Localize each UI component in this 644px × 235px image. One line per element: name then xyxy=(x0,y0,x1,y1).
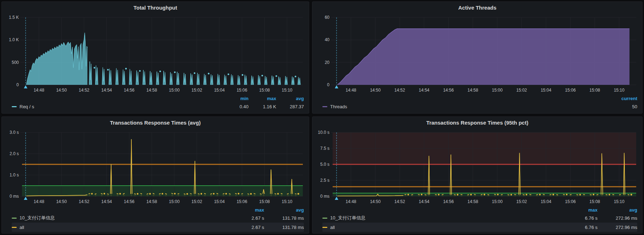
legend-value: 6.76 s xyxy=(558,215,597,221)
series-area xyxy=(337,29,629,85)
x-axis-label: 15:02 xyxy=(516,199,527,204)
y-axis-label: 60 xyxy=(325,15,330,20)
legend-header-max[interactable]: max xyxy=(224,207,264,213)
series-point xyxy=(162,193,163,195)
x-axis-label: 15:06 xyxy=(236,88,247,93)
legend-series-name[interactable]: 10_支付订单信息 xyxy=(20,215,55,221)
legend-row: Threads50 xyxy=(322,102,637,111)
series-line xyxy=(590,195,592,195)
x-axis-label: 15:04 xyxy=(214,88,225,93)
y-axis-label: 0 xyxy=(16,82,19,87)
series-line xyxy=(501,195,503,195)
legend-header-max[interactable]: max xyxy=(558,207,597,213)
legend-value: 6.76 s xyxy=(558,225,597,230)
x-axis-label: 14:48 xyxy=(34,88,44,93)
series-line xyxy=(619,195,621,195)
panel-total-throughput: Total Throughput 05001.0 K1.5 K14:4814:5… xyxy=(1,1,309,114)
annotation-marker-icon[interactable] xyxy=(24,85,27,88)
x-axis-label: 15:00 xyxy=(169,88,180,93)
series-point xyxy=(438,194,440,196)
panel-title[interactable]: Transactions Response Times (95th pct) xyxy=(312,117,642,129)
x-axis-label: 15:00 xyxy=(492,88,503,93)
legend-value: 131.78 ms xyxy=(264,215,304,221)
series-line xyxy=(628,195,629,195)
legend-series-name[interactable]: all xyxy=(20,225,24,230)
panel-response-times-95th: Transactions Response Times (95th pct) 0… xyxy=(312,116,643,234)
series-color-dash-icon xyxy=(12,106,17,107)
series-line xyxy=(563,194,565,195)
series-point xyxy=(261,75,263,77)
x-axis-label: 15:08 xyxy=(259,199,270,204)
panel-title[interactable]: Transactions Response Times (avg) xyxy=(2,117,309,129)
x-axis-label: 14:56 xyxy=(443,199,454,204)
series-point xyxy=(159,71,161,72)
legend-header-avg[interactable]: avg xyxy=(276,96,304,101)
legend-row: 10_支付订单信息6.76 s272.96 ms xyxy=(322,213,637,223)
series-point xyxy=(125,68,127,70)
series-line xyxy=(570,195,572,195)
legend-row: 10_支付订单信息2.67 s131.78 ms xyxy=(12,213,304,223)
legend-value: 2.67 s xyxy=(224,225,264,230)
annotation-marker-icon[interactable] xyxy=(335,197,338,200)
series-point xyxy=(526,194,528,196)
series-line xyxy=(260,194,261,194)
panel-response-times-avg: Transactions Response Times (avg) 0 ms1.… xyxy=(1,116,309,234)
series-point xyxy=(107,69,109,71)
legend-value: 272.96 ms xyxy=(597,225,637,230)
annotation-marker-icon[interactable] xyxy=(24,197,27,200)
legend-series-name[interactable]: all xyxy=(330,225,335,230)
series-point xyxy=(579,194,581,196)
series-point xyxy=(94,67,95,69)
series-point xyxy=(104,193,105,195)
series-point xyxy=(631,194,632,196)
legend: maxavg10_支付订单信息6.76 s272.96 msall6.76 s2… xyxy=(312,206,642,233)
series-point xyxy=(457,194,459,196)
legend-series-name[interactable]: Req / s xyxy=(20,104,34,109)
active-threads-chart[interactable]: 020406014:4814:5014:5214:5414:5614:5815:… xyxy=(315,14,640,94)
legend-header-current[interactable]: current xyxy=(605,96,637,101)
x-axis-label: 14:50 xyxy=(56,88,67,93)
series-point xyxy=(497,194,499,196)
series-line xyxy=(530,195,531,195)
panel-title[interactable]: Active Threads xyxy=(312,2,642,14)
panel-title[interactable]: Total Throughput xyxy=(2,2,309,14)
legend-header-max[interactable]: max xyxy=(249,96,276,101)
series-point xyxy=(213,193,215,195)
response-times-95th-chart[interactable]: 0 ms2.5 s5.0 s7.5 s10.0 s14:4814:5014:52… xyxy=(315,129,640,206)
x-axis-label: 14:56 xyxy=(443,88,454,93)
series-point xyxy=(295,76,296,77)
x-axis-label: 15:10 xyxy=(282,88,293,93)
response-times-avg-chart[interactable]: 0 ms1.0 s2.0 s3.0 s14:4814:5014:5214:541… xyxy=(4,129,306,206)
x-axis-label: 14:54 xyxy=(101,199,112,204)
series-point xyxy=(566,194,568,196)
legend-value: 1.16 K xyxy=(249,104,276,109)
series-point xyxy=(552,194,554,196)
y-axis-label: 1.5 K xyxy=(9,15,19,20)
series-color-dash-icon xyxy=(322,227,327,228)
x-axis-label: 15:06 xyxy=(565,88,576,93)
x-axis-label: 14:48 xyxy=(34,199,44,204)
annotation-marker-icon[interactable] xyxy=(335,85,338,88)
legend-value: 287.37 xyxy=(276,104,304,109)
x-axis-label: 14:54 xyxy=(419,199,430,204)
legend-header-avg[interactable]: avg xyxy=(264,207,304,213)
series-point xyxy=(194,72,196,74)
x-axis-label: 15:04 xyxy=(541,199,551,204)
series-line xyxy=(596,195,598,195)
x-axis-label: 15:06 xyxy=(236,199,247,204)
panel-active-threads: Active Threads 020406014:4814:5014:5214:… xyxy=(312,1,643,114)
legend-series-name[interactable]: 10_支付订单信息 xyxy=(330,215,366,221)
legend-value: 50 xyxy=(605,104,637,109)
series-point xyxy=(228,73,229,75)
legend-series-name[interactable]: Threads xyxy=(330,104,347,109)
series-line xyxy=(405,195,406,195)
x-axis-label: 15:00 xyxy=(169,199,180,204)
legend-row: all6.76 s272.96 ms xyxy=(322,223,637,232)
y-axis-label: 3.0 s xyxy=(10,130,19,135)
y-axis-label: 5.0 s xyxy=(320,162,329,167)
series-point xyxy=(277,193,279,195)
legend-header-min[interactable]: min xyxy=(221,96,249,101)
total-throughput-chart[interactable]: 05001.0 K1.5 K14:4814:5014:5214:5414:561… xyxy=(4,14,306,94)
series-point xyxy=(174,71,176,73)
legend-header-avg[interactable]: avg xyxy=(597,207,637,213)
